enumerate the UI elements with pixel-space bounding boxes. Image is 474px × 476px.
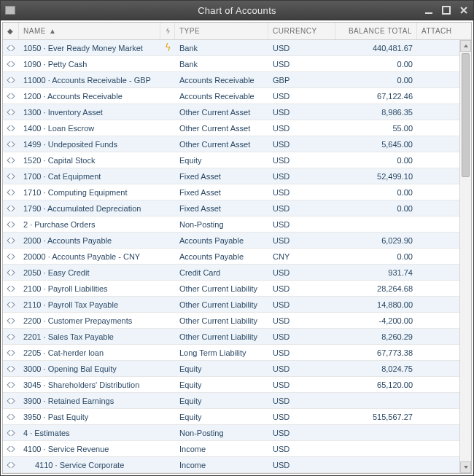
row-marker: [3, 190, 19, 195]
account-currency: USD: [268, 124, 335, 133]
diamond-icon: [7, 125, 15, 131]
account-name-cell[interactable]: 4 · Estimates: [19, 429, 160, 437]
table-row[interactable]: 1520 · Capital StockEquityUSD0.00: [3, 152, 459, 168]
account-name-cell[interactable]: 4100 · Service Revenue: [19, 445, 160, 453]
account-name-cell[interactable]: 2000 · Accounts Payable: [19, 236, 160, 245]
vertical-scrollbar[interactable]: [459, 40, 471, 473]
account-type: Credit Card: [175, 268, 268, 277]
account-name-cell[interactable]: 1499 · Undeposited Funds: [19, 140, 160, 149]
account-name-cell[interactable]: 2100 · Payroll Liabilities: [19, 284, 160, 293]
scroll-down-button[interactable]: [460, 461, 471, 473]
account-name-cell[interactable]: 1710 · Computing Equipment: [19, 188, 160, 197]
account-name-cell[interactable]: 1050 · Ever Ready Money Market: [19, 44, 160, 52]
account-name-cell[interactable]: 2201 · Sales Tax Payable: [19, 332, 160, 341]
account-currency: USD: [268, 220, 335, 229]
account-type: Fixed Asset: [175, 188, 268, 197]
header-attach-label: ATTACH: [421, 27, 452, 35]
account-currency: USD: [268, 348, 335, 357]
row-marker: [3, 430, 19, 436]
account-name-cell[interactable]: 2205 · Cat-herder loan: [19, 348, 160, 357]
account-name-cell[interactable]: 1090 · Petty Cash: [19, 60, 160, 69]
row-marker: [3, 350, 19, 356]
scroll-up-button[interactable]: [460, 40, 471, 52]
diamond-icon: [7, 366, 15, 372]
diamond-icon: [7, 334, 15, 340]
header-bolt[interactable]: ϟ: [160, 23, 175, 39]
close-button[interactable]: [459, 5, 469, 15]
account-name-cell[interactable]: 2110 · Payroll Tax Payable: [19, 300, 160, 309]
titlebar[interactable]: Chart of Accounts: [1, 1, 473, 20]
account-balance: 0.00: [335, 252, 417, 261]
account-name-cell[interactable]: 1200 · Accounts Receivable: [19, 92, 160, 101]
table-row[interactable]: 1499 · Undeposited FundsOther Current As…: [3, 136, 459, 152]
account-name-cell[interactable]: 1700 · Cat Equipment: [19, 172, 160, 181]
table-row[interactable]: 2110 · Payroll Tax PayableOther Current …: [3, 297, 459, 313]
header-diamond[interactable]: ◆: [3, 23, 19, 39]
account-name-cell[interactable]: 2050 · Easy Credit: [19, 268, 160, 277]
scroll-thumb[interactable]: [462, 53, 470, 177]
minimize-button[interactable]: [424, 5, 434, 15]
table-row[interactable]: 3950 · Past EquityEquityUSD515,567.27: [3, 409, 459, 425]
table-row[interactable]: 1710 · Computing EquipmentFixed AssetUSD…: [3, 184, 459, 200]
account-balance: 5,645.00: [335, 140, 417, 149]
row-marker: [3, 302, 19, 308]
table-row[interactable]: 4100 · Service RevenueIncomeUSD: [3, 441, 459, 457]
header-type[interactable]: TYPE: [175, 23, 268, 39]
table-row[interactable]: 4 · EstimatesNon-PostingUSD: [3, 425, 459, 441]
table-row[interactable]: 1090 · Petty CashBankUSD0.00: [3, 56, 459, 72]
account-name-cell[interactable]: 2 · Purchase Orders: [19, 220, 160, 229]
account-name-cell[interactable]: 3045 · Shareholders' Distribution: [19, 381, 160, 389]
account-name-cell[interactable]: 11000 · Accounts Receivable - GBP: [19, 76, 160, 85]
account-name-cell[interactable]: 3900 · Retained Earnings: [19, 397, 160, 405]
table-row[interactable]: 4110 · Service CorporateIncomeUSD: [3, 457, 459, 473]
table-row[interactable]: 20000 · Accounts Payable - CNYAccounts P…: [3, 249, 459, 265]
account-name: 1710 · Computing Equipment: [23, 188, 127, 197]
account-currency: USD: [268, 172, 335, 181]
account-name-cell[interactable]: 1520 · Capital Stock: [19, 156, 160, 165]
account-name-cell[interactable]: 3000 · Opening Bal Equity: [19, 364, 160, 373]
header-attach[interactable]: ATTACH: [417, 23, 471, 39]
account-currency: USD: [268, 413, 335, 421]
account-currency: USD: [268, 92, 335, 101]
table-row[interactable]: 1050 · Ever Ready Money MarketϟBankUSD44…: [3, 40, 459, 56]
table-row[interactable]: 2 · Purchase OrdersNon-PostingUSD: [3, 216, 459, 233]
account-name-cell[interactable]: 3950 · Past Equity: [19, 413, 160, 421]
table-row[interactable]: 2205 · Cat-herder loanLong Term Liabilit…: [3, 345, 459, 361]
table-row[interactable]: 3045 · Shareholders' DistributionEquityU…: [3, 377, 459, 393]
account-name-cell[interactable]: 4110 · Service Corporate: [19, 461, 160, 469]
account-type: Accounts Receivable: [175, 76, 268, 85]
table-row[interactable]: 3000 · Opening Bal EquityEquityUSD8,024.…: [3, 361, 459, 377]
account-name-cell[interactable]: 20000 · Accounts Payable - CNY: [19, 252, 160, 261]
table-row[interactable]: 2000 · Accounts PayableAccounts PayableU…: [3, 233, 459, 249]
account-name: 1400 · Loan Escrow: [23, 124, 94, 133]
diamond-icon: [7, 109, 15, 115]
table-row[interactable]: 2200 · Customer PrepaymentsOther Current…: [3, 313, 459, 329]
account-name-cell[interactable]: 1790 · Accumulated Depreciation: [19, 204, 160, 213]
account-name-cell[interactable]: 2200 · Customer Prepayments: [19, 316, 160, 325]
account-balance: 55.00: [335, 124, 417, 133]
table-row[interactable]: 2201 · Sales Tax PayableOther Current Li…: [3, 329, 459, 345]
table-row[interactable]: 2100 · Payroll LiabilitiesOther Current …: [3, 281, 459, 297]
account-name: 2000 · Accounts Payable: [23, 236, 112, 245]
table-row[interactable]: 11000 · Accounts Receivable - GBPAccount…: [3, 72, 459, 88]
account-name-cell[interactable]: 1300 · Inventory Asset: [19, 108, 160, 117]
maximize-button[interactable]: [441, 5, 451, 15]
account-name: 1300 · Inventory Asset: [23, 108, 103, 117]
header-currency[interactable]: CURRENCY: [268, 23, 335, 39]
account-balance: -4,200.00: [335, 316, 417, 325]
chart-of-accounts-window: Chart of Accounts ◆ NAME ▲ ϟ: [0, 0, 474, 476]
table-row[interactable]: 1200 · Accounts ReceivableAccounts Recei…: [3, 88, 459, 104]
account-name-cell[interactable]: 1400 · Loan Escrow: [19, 124, 160, 133]
table-row[interactable]: 1400 · Loan EscrowOther Current AssetUSD…: [3, 120, 459, 136]
table-row[interactable]: 1790 · Accumulated DepreciationFixed Ass…: [3, 200, 459, 216]
account-balance: 8,260.29: [335, 332, 417, 341]
table-row[interactable]: 1700 · Cat EquipmentFixed AssetUSD52,499…: [3, 168, 459, 184]
scroll-track[interactable]: [460, 52, 471, 461]
header-name[interactable]: NAME ▲: [19, 23, 160, 39]
table-row[interactable]: 2050 · Easy CreditCredit CardUSD931.74: [3, 265, 459, 281]
table-row[interactable]: 3900 · Retained EarningsEquityUSD: [3, 393, 459, 409]
account-name: 3900 · Retained Earnings: [23, 397, 114, 405]
header-balance[interactable]: BALANCE TOTAL: [335, 23, 417, 39]
table-row[interactable]: 1300 · Inventory AssetOther Current Asse…: [3, 104, 459, 120]
account-type: Equity: [175, 364, 268, 373]
